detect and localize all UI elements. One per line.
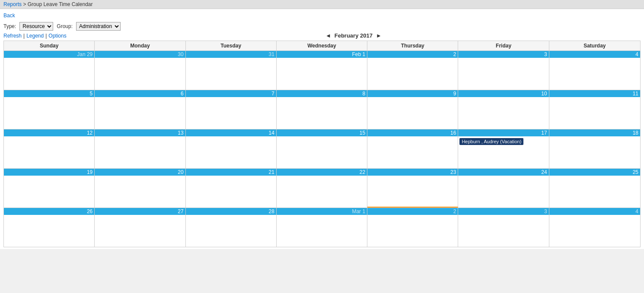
- day-number: 13: [95, 129, 185, 136]
- day-content: [4, 176, 94, 206]
- event-bar[interactable]: Hepburn , Audrey (Vacation): [459, 138, 523, 145]
- calendar-day[interactable]: 18: [549, 129, 640, 168]
- day-number: 3: [458, 208, 548, 215]
- calendar-day[interactable]: 31: [186, 51, 277, 90]
- day-content: [458, 176, 548, 206]
- day-content: [4, 136, 94, 167]
- day-content: [277, 136, 367, 167]
- calendar-day[interactable]: 3: [458, 208, 549, 247]
- day-content: [277, 176, 367, 206]
- calendar-day[interactable]: 6: [95, 90, 185, 129]
- calendar-day[interactable]: 21: [186, 169, 277, 208]
- day-number: 16: [367, 129, 458, 136]
- calendar-day[interactable]: 30: [95, 51, 185, 90]
- day-content: [549, 58, 640, 88]
- day-number: 11: [549, 90, 640, 97]
- toolbar-left: Refresh | Legend | Options: [3, 33, 67, 39]
- calendar-day[interactable]: 2: [367, 208, 458, 247]
- title-bar: Reports > Group Leave Time Calendar: [0, 0, 644, 9]
- day-content: [186, 97, 276, 127]
- calendar-header-cell: Thursday: [367, 41, 458, 50]
- group-select[interactable]: Administration: [76, 22, 121, 31]
- day-content: [458, 58, 548, 88]
- type-label: Type:: [3, 23, 16, 29]
- calendar-week: 19202122232425: [4, 169, 640, 208]
- calendar-day[interactable]: 23: [367, 169, 458, 208]
- legend-link[interactable]: Legend: [26, 33, 44, 39]
- calendar-day[interactable]: Feb 1: [277, 51, 367, 90]
- day-number: Feb 1: [277, 51, 367, 58]
- day-number: 8: [277, 90, 367, 97]
- day-content: [186, 176, 276, 206]
- calendar-day[interactable]: 22: [277, 169, 367, 208]
- day-number: 4: [549, 51, 640, 58]
- page-label: Group Leave Time Calendar: [28, 1, 93, 7]
- day-content: [277, 97, 367, 127]
- calendar-day[interactable]: 11: [549, 90, 640, 129]
- sep1: |: [23, 33, 25, 39]
- calendar-day[interactable]: 14: [186, 129, 277, 168]
- calendar-day[interactable]: 25: [549, 169, 640, 208]
- calendar-day[interactable]: 2: [367, 51, 458, 90]
- calendar-week: 121314151617Hepburn , Audrey (Vacation)1…: [4, 129, 640, 169]
- day-content: [367, 58, 458, 88]
- day-number: 14: [186, 129, 276, 136]
- next-month-button[interactable]: ►: [376, 32, 382, 39]
- calendar-day[interactable]: 26: [4, 208, 95, 247]
- calendar-day[interactable]: 4: [549, 51, 640, 90]
- calendar-day[interactable]: 5: [4, 90, 95, 129]
- refresh-link[interactable]: Refresh: [3, 33, 22, 39]
- calendar-body: Jan 293031Feb 1234567891011121314151617H…: [3, 50, 641, 247]
- day-content: [4, 215, 94, 245]
- day-content: [367, 176, 458, 206]
- main-content: Back Type: Resource Group: Administratio…: [0, 9, 644, 249]
- day-content: [95, 215, 185, 245]
- day-number: 9: [367, 90, 458, 97]
- day-number: 19: [4, 169, 94, 176]
- day-number: 30: [95, 51, 185, 58]
- day-number: 31: [186, 51, 276, 58]
- prev-month-button[interactable]: ◄: [325, 32, 331, 39]
- day-number: 7: [186, 90, 276, 97]
- calendar-day[interactable]: 3: [458, 51, 549, 90]
- calendar-day[interactable]: Mar 1: [277, 208, 367, 247]
- calendar-day[interactable]: 17Hepburn , Audrey (Vacation): [458, 129, 549, 168]
- type-select[interactable]: Resource: [19, 22, 53, 31]
- back-link[interactable]: Back: [3, 13, 15, 19]
- calendar-day[interactable]: 4: [549, 208, 640, 247]
- calendar-day[interactable]: 8: [277, 90, 367, 129]
- calendar-day[interactable]: 7: [186, 90, 277, 129]
- day-content: [95, 136, 185, 167]
- breadcrumb-separator: >: [23, 1, 27, 7]
- day-content: [549, 97, 640, 127]
- calendar-week: 262728Mar 1234: [4, 208, 640, 247]
- calendar-day[interactable]: 13: [95, 129, 185, 168]
- calendar-day[interactable]: 20: [95, 169, 185, 208]
- day-number: 27: [95, 208, 185, 215]
- calendar-day[interactable]: 24: [458, 169, 549, 208]
- day-number: 4: [549, 208, 640, 215]
- calendar-day[interactable]: 16: [367, 129, 458, 168]
- options-link[interactable]: Options: [48, 33, 66, 39]
- calendar-header-cell: Friday: [458, 41, 549, 50]
- day-number: 6: [95, 90, 185, 97]
- calendar: SundayMondayTuesdayWednesdayThursdayFrid…: [3, 41, 641, 247]
- calendar-header-cell: Tuesday: [186, 41, 277, 50]
- day-content: Hepburn , Audrey (Vacation): [458, 136, 548, 167]
- day-content: [367, 97, 458, 127]
- calendar-header-cell: Monday: [95, 41, 185, 50]
- calendar-day[interactable]: 12: [4, 129, 95, 168]
- calendar-day[interactable]: 27: [95, 208, 185, 247]
- calendar-day[interactable]: 19: [4, 169, 95, 208]
- month-year-label: February 2017: [335, 32, 373, 39]
- day-content: [186, 215, 276, 245]
- calendar-day[interactable]: 15: [277, 129, 367, 168]
- calendar-week: 567891011: [4, 90, 640, 129]
- controls-row: Type: Resource Group: Administration: [3, 22, 641, 31]
- calendar-day[interactable]: Jan 29: [4, 51, 95, 90]
- day-content: [367, 136, 458, 167]
- calendar-day[interactable]: 10: [458, 90, 549, 129]
- calendar-day[interactable]: 28: [186, 208, 277, 247]
- calendar-day[interactable]: 9: [367, 90, 458, 129]
- reports-link[interactable]: Reports: [3, 1, 22, 7]
